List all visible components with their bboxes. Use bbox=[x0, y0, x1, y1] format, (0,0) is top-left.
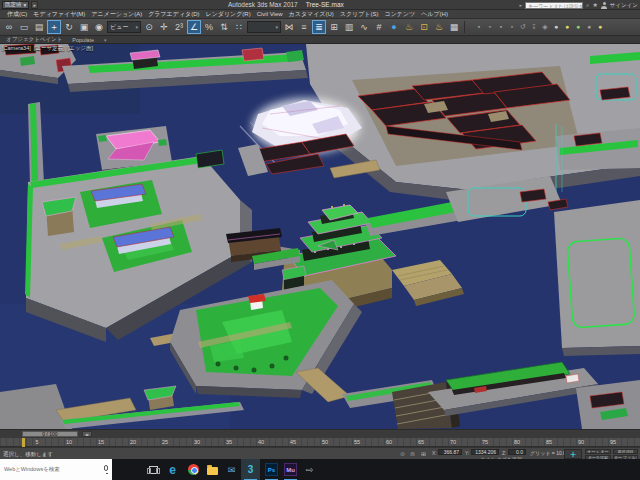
select-and-move-icon[interactable]: ＋ bbox=[47, 20, 61, 34]
taskbar-explorer-button[interactable] bbox=[203, 459, 222, 480]
named-selection-sets-dropdown[interactable]: ▾ bbox=[247, 21, 281, 33]
menu-item[interactable]: スクリプト(S) bbox=[337, 10, 382, 19]
custom-tool-4-icon[interactable]: ▪ bbox=[507, 21, 517, 33]
select-and-scale-icon[interactable]: ▣ bbox=[77, 20, 91, 34]
x-label: X: bbox=[432, 450, 437, 456]
render-flyout-icon[interactable]: ▦ bbox=[447, 20, 461, 34]
select-and-rotate-icon[interactable]: ↻ bbox=[62, 20, 76, 34]
taskbar-mail-button[interactable]: ✉ bbox=[222, 459, 241, 480]
taskbar-chrome-button[interactable] bbox=[184, 459, 203, 480]
absolute-mode-toggle-icon[interactable]: ⊞ bbox=[421, 450, 426, 457]
select-object-icon[interactable]: ▭ bbox=[17, 20, 31, 34]
infocenter-expand-icon[interactable]: ▸ bbox=[520, 2, 523, 8]
viewport-camera-label[interactable]: [Camera34] bbox=[2, 45, 31, 52]
tab-object-paint[interactable]: オブジェクトペイント bbox=[6, 36, 62, 43]
menu-item[interactable]: コンテンツ bbox=[381, 10, 418, 19]
quick-access-expand-button[interactable]: ▸ bbox=[31, 1, 38, 9]
tick-label: 75 bbox=[482, 439, 488, 445]
selection-set-dropdown[interactable]: 選択項目 bbox=[613, 449, 638, 454]
custom-tool-6-icon[interactable]: ↧ bbox=[529, 21, 539, 33]
infocenter-search-input[interactable]: キーワードまたは語句を入力 bbox=[525, 2, 583, 9]
custom-tool-1-icon[interactable]: ▪ bbox=[474, 21, 484, 33]
custom-tool-8-icon[interactable]: ● bbox=[551, 21, 561, 33]
workspace-dropdown[interactable]: 既定値 ▾ bbox=[2, 1, 29, 9]
layer-manager-icon[interactable]: ≣ bbox=[312, 20, 326, 34]
share-app-icon: ⇨ bbox=[306, 465, 314, 475]
menu-item[interactable]: モディファイヤ(M) bbox=[30, 10, 88, 19]
select-and-manipulate-icon[interactable]: ✛ bbox=[157, 20, 171, 34]
taskbar-share-app-button[interactable]: ⇨ bbox=[300, 459, 319, 480]
tab-populate[interactable]: Populate bbox=[72, 37, 94, 43]
taskbar-edge-button[interactable]: e bbox=[163, 459, 182, 480]
rendered-frame-window-icon[interactable]: ⊡ bbox=[417, 20, 431, 34]
menu-item[interactable]: レンダリング(R) bbox=[203, 10, 254, 19]
select-and-place-icon[interactable]: ◉ bbox=[92, 20, 106, 34]
time-slider-track[interactable]: 0 / 100 ◂▸ bbox=[0, 429, 640, 437]
menu-item[interactable]: Civil View bbox=[254, 10, 286, 19]
taskbar-photoshop-button[interactable]: Ps bbox=[262, 459, 281, 480]
tick-label: 95 bbox=[610, 439, 616, 445]
scene-explorer-icon[interactable]: ⊞ bbox=[327, 20, 341, 34]
star-icon[interactable]: ★ bbox=[592, 1, 597, 9]
menu-item[interactable]: アニメーション(A) bbox=[88, 10, 145, 19]
track-bar[interactable]: 5101520253035404550556065707580859095 bbox=[0, 437, 640, 447]
custom-tool-9-icon[interactable]: ● bbox=[562, 21, 572, 33]
custom-tool-11-icon[interactable]: ● bbox=[584, 21, 594, 33]
microphone-icon[interactable] bbox=[104, 465, 108, 471]
menu-item[interactable]: ヘルプ(H) bbox=[418, 10, 451, 19]
reference-coordsys-dropdown[interactable]: ビュー▾ bbox=[107, 21, 141, 33]
viewport-label: [Camera34] [ユーザ定義] [エッジ面] bbox=[2, 45, 93, 52]
spinner-snap-icon[interactable]: ⇅ bbox=[217, 20, 231, 34]
menu-item[interactable]: カスタマイズ(U) bbox=[286, 10, 337, 19]
auto-key-button[interactable]: オート キー bbox=[585, 449, 611, 454]
edit-named-selection-sets-icon[interactable]: ∷ bbox=[232, 20, 246, 34]
ribbon-tab-row: オブジェクトペイント Populate ▾ bbox=[0, 36, 640, 44]
schematic-view-icon[interactable]: # bbox=[372, 20, 386, 34]
percent-snap-icon[interactable]: % bbox=[202, 20, 216, 34]
taskbar-muse-button[interactable]: Mu bbox=[281, 459, 300, 480]
material-editor-icon[interactable]: ● bbox=[387, 20, 401, 34]
snaps-toggle-icon[interactable]: 2³ bbox=[172, 20, 186, 34]
ribbon-minimize-icon[interactable]: ▾ bbox=[104, 37, 107, 43]
render-setup-icon[interactable]: ♨ bbox=[402, 20, 416, 34]
x-coordinate-field[interactable]: 366.87 bbox=[438, 449, 462, 455]
y-coordinate-field[interactable]: 1334.206 bbox=[471, 449, 499, 455]
custom-tool-7-icon[interactable]: ◈ bbox=[540, 21, 550, 33]
custom-tool-2-icon[interactable]: ▪ bbox=[485, 21, 495, 33]
3ds-max-icon: 3 bbox=[248, 464, 254, 475]
use-pivot-center-icon[interactable]: ⊙ bbox=[142, 20, 156, 34]
custom-tool-10-icon[interactable]: ● bbox=[573, 21, 583, 33]
menu-item[interactable]: グラフエディタ(D) bbox=[145, 10, 202, 19]
infocenter: ▸ キーワードまたは語句を入力 ⌕ ★ サインイン bbox=[520, 1, 638, 9]
task-view-button[interactable] bbox=[144, 459, 163, 480]
mirror-icon[interactable]: ⋈ bbox=[282, 20, 296, 34]
set-keys-button[interactable]: ＋ bbox=[564, 449, 582, 459]
viewport-shading-label[interactable]: [エッジ面] bbox=[68, 45, 93, 52]
task-view-icon bbox=[149, 466, 158, 474]
tick-label: 10 bbox=[66, 439, 72, 445]
selection-lock-icon[interactable]: ⋒ bbox=[410, 450, 415, 457]
viewport-canvas[interactable]: [Camera34] [ユーザ定義] [エッジ面] bbox=[0, 44, 640, 429]
tick-label: 35 bbox=[226, 439, 232, 445]
align-icon[interactable]: ≡ bbox=[297, 20, 311, 34]
angle-snap-icon[interactable]: ∠ bbox=[187, 20, 201, 34]
viewport-style-label[interactable]: [ユーザ定義] bbox=[34, 45, 65, 52]
select-by-name-icon[interactable]: ▤ bbox=[32, 20, 46, 34]
z-coordinate-field[interactable]: 0.0 bbox=[508, 449, 526, 455]
taskbar-search-input[interactable]: WebとWindowsを検索 bbox=[0, 459, 112, 480]
menu-item[interactable]: 作成(C) bbox=[4, 10, 30, 19]
custom-tool-5-icon[interactable]: ↺ bbox=[518, 21, 528, 33]
sign-in-link[interactable]: サインイン bbox=[610, 2, 638, 9]
render-production-icon[interactable]: ♨ bbox=[432, 20, 446, 34]
photoshop-icon: Ps bbox=[265, 463, 278, 476]
user-icon[interactable] bbox=[601, 2, 607, 8]
select-and-link-icon[interactable]: ∞ bbox=[2, 20, 16, 34]
muse-icon: Mu bbox=[284, 463, 297, 476]
ribbon-toggle-icon[interactable]: ▥ bbox=[342, 20, 356, 34]
isolate-selection-icon[interactable]: ⊘ bbox=[400, 450, 405, 457]
search-icon[interactable]: ⌕ bbox=[586, 1, 589, 9]
custom-tool-12-icon[interactable]: ● bbox=[595, 21, 605, 33]
taskbar-3dsmax-button[interactable]: 3 bbox=[241, 459, 260, 480]
curve-editor-icon[interactable]: ∿ bbox=[357, 20, 371, 34]
custom-tool-3-icon[interactable]: ▪ bbox=[496, 21, 506, 33]
